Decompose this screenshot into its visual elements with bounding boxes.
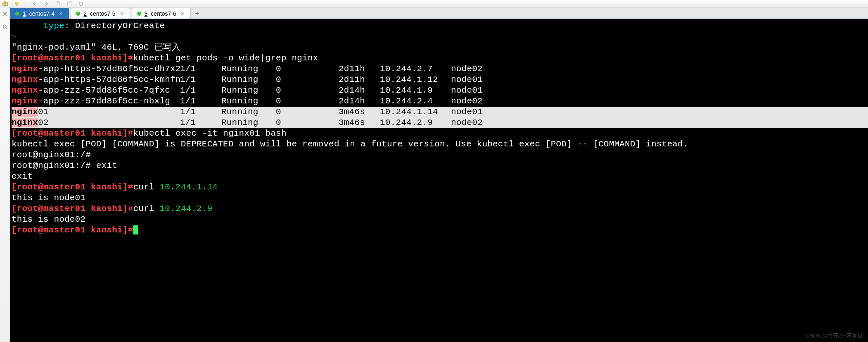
- tab-close-icon[interactable]: ×: [58, 11, 64, 17]
- page-icon-2[interactable]: [66, 1, 72, 7]
- arrow-left-icon[interactable]: [32, 1, 38, 7]
- tab-bar: 1centos7-4×2centos7-5×3centos7-6×+: [10, 7, 868, 19]
- page-icon-1[interactable]: [55, 1, 61, 7]
- tab-index: 2: [83, 10, 87, 17]
- tab-centos7-6[interactable]: 3centos7-6×: [132, 8, 191, 19]
- tab-close-icon[interactable]: ×: [119, 11, 125, 17]
- circle-icon[interactable]: [78, 1, 84, 7]
- tab-add-button[interactable]: +: [192, 9, 202, 19]
- left-rail: [0, 7, 10, 342]
- pod-row: nginx-app-zzz-57dd86f5cc-nbxlg1/1Running…: [12, 96, 868, 107]
- tab-index: 3: [145, 10, 148, 17]
- connection-dot-icon: [137, 12, 141, 16]
- connection-dot-icon: [76, 12, 80, 16]
- tab-label: centos7-4: [29, 10, 55, 17]
- pod-row: nginx011/1Running03m46s10.244.1.14node01: [12, 107, 868, 117]
- tab-index: 1: [23, 10, 26, 17]
- svg-point-2: [16, 2, 19, 5]
- pod-row: nginx-app-https-57dd86f5cc-dh7x21/1Runni…: [12, 64, 868, 74]
- light-bulb-icon[interactable]: [14, 1, 20, 7]
- arrow-right-icon[interactable]: [43, 1, 49, 7]
- toolbar-separator: [26, 1, 26, 7]
- svg-rect-3: [17, 5, 18, 5]
- close-icon[interactable]: [2, 11, 8, 17]
- tab-label: centos7-5: [90, 10, 115, 17]
- tab-close-icon[interactable]: ×: [180, 11, 185, 17]
- search-icon[interactable]: [2, 24, 8, 30]
- pod-row: nginx-app-https-57dd86f5cc-kmhfn1/1Runni…: [12, 74, 868, 85]
- pod-row: nginx-app-zzz-57dd86f5cc-7qfxc1/1Running…: [12, 85, 868, 96]
- folder-refresh-icon[interactable]: [2, 1, 8, 7]
- terminal-cursor: [133, 225, 138, 234]
- tab-label: centos7-6: [151, 10, 176, 17]
- top-toolbar: [0, 0, 868, 7]
- svg-point-6: [79, 2, 83, 5]
- tab-centos7-5[interactable]: 2centos7-5×: [71, 8, 130, 19]
- terminal[interactable]: type: DirectoryOrCreate~"nginx-pod.yaml"…: [10, 19, 868, 342]
- svg-point-7: [3, 25, 6, 28]
- connection-dot-icon: [15, 12, 19, 16]
- pod-row: nginx021/1Running03m46s10.244.2.9node02: [12, 117, 868, 128]
- tab-centos7-4[interactable]: 1centos7-4×: [10, 8, 69, 19]
